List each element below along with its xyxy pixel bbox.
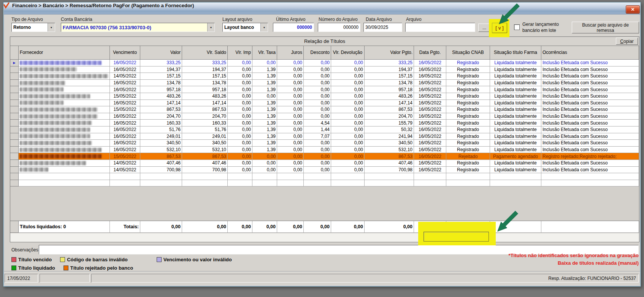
cell[interactable]: 0,00 (277, 80, 304, 87)
cell[interactable]: Registrado (446, 100, 490, 107)
column-header-ocorrencias[interactable]: Ocorrências (541, 46, 639, 60)
cell[interactable]: 134,78 (140, 80, 182, 87)
cell[interactable]: 0,00 (252, 167, 277, 174)
cell[interactable]: 15/05/2022 (110, 93, 140, 100)
row-selector[interactable] (10, 113, 19, 120)
cell[interactable]: 0,00 (304, 66, 331, 73)
cell[interactable]: 0,00 (228, 126, 252, 133)
cell[interactable]: 532,10 (140, 147, 182, 153)
cell[interactable]: 0,00 (277, 167, 304, 174)
column-header-devolucao[interactable]: Vlr. Devolução (331, 46, 365, 60)
cell[interactable]: 16/05/2022 (110, 140, 140, 147)
cell[interactable]: 700,98 (365, 167, 414, 174)
cell[interactable]: 16/05/2022 (110, 66, 140, 73)
cell[interactable]: 532,10 (365, 147, 414, 153)
cell[interactable]: 0,00 (277, 120, 304, 126)
cell[interactable]: Registrado (446, 106, 490, 113)
cell[interactable]: Liquidada totalmente (490, 167, 541, 174)
cell[interactable]: 333,25 (182, 60, 228, 66)
column-header-fornecedor[interactable]: Fornecedor (19, 46, 110, 60)
cell[interactable]: 0,00 (331, 80, 365, 87)
cell[interactable]: 483,26 (140, 93, 182, 100)
cell[interactable]: 0,00 (228, 167, 252, 174)
cell[interactable]: 157,15 (365, 73, 414, 80)
cell[interactable]: 0,00 (331, 86, 365, 93)
table-row[interactable]: 14/05/2022700,98700,980,000,000,000,000,… (10, 167, 639, 174)
cell[interactable]: 0,00 (331, 153, 365, 160)
cell[interactable]: 1,39 (252, 126, 277, 133)
row-selector[interactable]: ▶ (10, 60, 19, 66)
cell[interactable]: 16/05/2022 (414, 113, 446, 120)
cell[interactable]: 957,18 (182, 86, 228, 93)
fornecedor-cell[interactable] (19, 126, 110, 133)
cell[interactable]: 0,00 (331, 73, 365, 80)
cell[interactable]: 51,76 (140, 126, 182, 133)
cell[interactable]: Registrado (446, 126, 490, 133)
cell[interactable]: 1,39 (252, 113, 277, 120)
cell[interactable]: Registrado (446, 86, 490, 93)
cell[interactable]: 0,00 (277, 126, 304, 133)
fornecedor-cell[interactable] (19, 73, 110, 80)
row-selector[interactable] (10, 66, 19, 73)
cell[interactable]: 4,54 (304, 120, 331, 126)
cell[interactable]: 0,00 (252, 93, 277, 100)
cell[interactable]: 155,79 (365, 120, 414, 126)
cell[interactable]: Liquidada totalmente (490, 113, 541, 120)
cell[interactable]: 483,26 (182, 93, 228, 100)
cell[interactable]: Registrado (446, 120, 490, 126)
row-selector[interactable] (10, 86, 19, 93)
cell[interactable]: Registrado (446, 60, 490, 66)
cell[interactable]: 1,39 (252, 80, 277, 87)
table-row[interactable]: 16/05/2022532,10532,100,001,390,000,000,… (10, 147, 639, 153)
fornecedor-cell[interactable] (19, 167, 110, 174)
cell[interactable]: Liquidada totalmente (490, 93, 541, 100)
table-row[interactable]: 14/05/2022157,15157,150,001,390,000,000,… (10, 73, 639, 80)
table-row[interactable]: 16/05/2022204,70204,700,001,390,000,000,… (10, 113, 639, 120)
cell[interactable]: 16/05/2022 (110, 86, 140, 93)
cell[interactable]: 16/05/2022 (110, 133, 140, 140)
row-selector[interactable] (10, 100, 19, 107)
cell[interactable]: 0,00 (304, 60, 331, 66)
cell[interactable]: 1,39 (252, 140, 277, 147)
cell[interactable]: 16/05/2022 (414, 133, 446, 140)
cell[interactable]: Registrado (446, 133, 490, 140)
cell[interactable]: Liquidada totalmente (490, 126, 541, 133)
chevron-down-icon[interactable]: ▼ (48, 23, 55, 32)
cell[interactable]: 0,00 (304, 147, 331, 153)
cell[interactable]: 0,00 (331, 60, 365, 66)
cell[interactable]: 16/05/2022 (414, 140, 446, 147)
cell[interactable]: 0,00 (228, 93, 252, 100)
cell[interactable]: Liquidada totalmente (490, 60, 541, 66)
cell[interactable]: 0,00 (228, 60, 252, 66)
table-row[interactable]: 16/05/2022249,01249,010,001,390,007,070,… (10, 133, 639, 140)
cell[interactable]: 867,53 (182, 153, 228, 160)
cell[interactable]: Inclusão Efetuada com Sucesso (541, 147, 639, 153)
cell[interactable]: 134,78 (182, 80, 228, 87)
arquivo-field[interactable] (405, 23, 475, 32)
cell[interactable]: 1,39 (252, 100, 277, 107)
tipo-arquivo-select[interactable]: Retorno ▼ (11, 23, 55, 32)
cell[interactable]: 204,70 (365, 113, 414, 120)
cell[interactable]: 0,00 (228, 86, 252, 93)
cell[interactable]: Registrado (446, 93, 490, 100)
fornecedor-cell[interactable] (19, 86, 110, 93)
cell[interactable]: 0,00 (304, 167, 331, 174)
cell[interactable]: 0,00 (304, 140, 331, 147)
cell[interactable]: Registrado (446, 147, 490, 153)
cell[interactable]: 134,78 (365, 80, 414, 87)
cell[interactable]: 0,00 (304, 73, 331, 80)
cell[interactable]: 0,00 (331, 126, 365, 133)
cell[interactable]: 16/05/2022 (414, 60, 446, 66)
column-header-data_pgto[interactable]: Data Pgto. (414, 46, 446, 60)
close-button[interactable]: ✕ (626, 5, 640, 14)
cell[interactable]: 16/05/2022 (414, 93, 446, 100)
fornecedor-cell[interactable] (19, 106, 110, 113)
cell[interactable]: 160,33 (182, 120, 228, 126)
row-selector[interactable] (10, 147, 19, 153)
table-row[interactable]: 16/05/2022340,50340,500,001,390,000,000,… (10, 140, 639, 147)
cell[interactable]: Pagamento agendado (490, 153, 541, 160)
cell[interactable]: Inclusão Efetuada com Sucesso (541, 80, 639, 87)
column-header-cnab[interactable]: Situação CNAB (446, 46, 490, 60)
copiar-button[interactable]: Copiar (616, 38, 638, 45)
cell[interactable]: 0,00 (331, 160, 365, 167)
